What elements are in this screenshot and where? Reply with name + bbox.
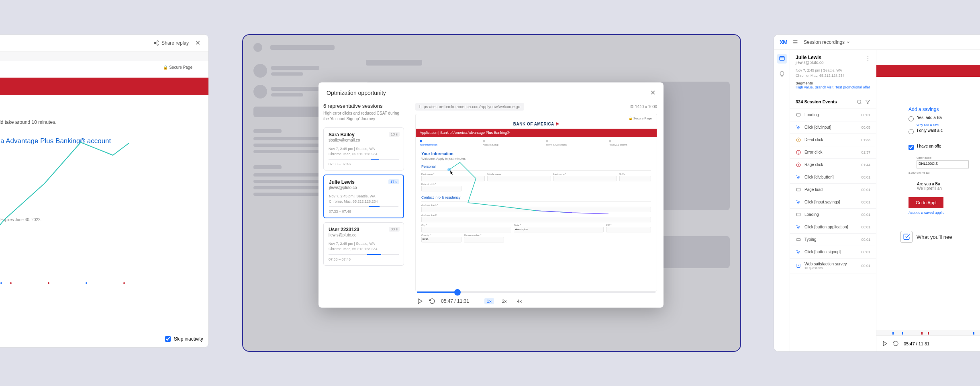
event-row[interactable]: Click [button.signup]00:01: [790, 246, 876, 259]
share-icon: [153, 40, 159, 46]
event-row[interactable]: Typing00:01: [790, 234, 876, 246]
top-bar: Share replay ✕: [0, 35, 208, 51]
session-card[interactable]: Sara Bailey sbailey@email.co 13 s Nov 7,…: [323, 127, 404, 170]
play-icon[interactable]: [417, 298, 423, 304]
event-icon: [796, 237, 801, 242]
segments-link[interactable]: High value, Branch visit, Test promotion…: [796, 85, 870, 90]
sessions-subtitle: High error clicks and reduced CSAT durin…: [323, 111, 404, 122]
skip-inactivity-toggle[interactable]: Skip inactivity: [165, 336, 203, 342]
session-card[interactable]: User 2233123 jlewis@pluto.co 33 s Nov 7,…: [323, 222, 404, 265]
svg-rect-22: [796, 238, 800, 240]
main-content: BANK OF AMERICA Before You Apply Get Sta…: [876, 50, 980, 351]
rail-sessions-icon[interactable]: [777, 54, 787, 64]
event-row[interactable]: Click [input.savings]00:01: [790, 196, 876, 209]
option-no[interactable]: I only want a c: [876, 127, 980, 136]
red-banner: [0, 78, 208, 95]
svg-rect-21: [797, 213, 800, 216]
customer-question: Are you a BaWe'll prefill an: [876, 180, 980, 192]
go-to-application-button[interactable]: Go to Appl: [909, 197, 943, 208]
event-icon: [796, 112, 801, 118]
event-row[interactable]: Loading00:01: [790, 109, 876, 121]
speed-4x[interactable]: 4x: [514, 298, 524, 304]
user-email: jlewis@pluto.co: [796, 60, 870, 65]
svg-line-8: [860, 103, 861, 104]
checklist-icon: [900, 231, 913, 243]
close-icon[interactable]: ✕: [195, 39, 200, 47]
option-yes[interactable]: Yes, add a Ba: [876, 114, 980, 123]
play-icon[interactable]: [882, 341, 888, 347]
saved-app-link[interactable]: Access a saved applic: [876, 211, 980, 215]
event-row[interactable]: Loading00:01: [790, 209, 876, 221]
rail-insights-icon[interactable]: [777, 69, 787, 79]
skip-checkbox[interactable]: [165, 336, 171, 342]
events-header: 324 Session Events: [790, 95, 876, 109]
timeline[interactable]: [876, 331, 980, 335]
svg-point-16: [798, 153, 799, 154]
expire-note: Expires June 30, 2022.: [0, 218, 208, 222]
event-row[interactable]: Dead click01:33: [790, 134, 876, 146]
what-youll-need: What you'll nee: [900, 231, 980, 243]
search-icon[interactable]: [857, 99, 862, 105]
event-row[interactable]: Rage click01:44: [790, 159, 876, 171]
svg-point-2: [157, 44, 159, 45]
time-display: 05:47 / 11:31: [904, 341, 929, 346]
playback-controls: 05:47 / 11:31 1x 2x 4x: [415, 293, 657, 308]
offer-checkbox[interactable]: I have an offe: [876, 142, 980, 152]
svg-point-7: [858, 100, 861, 104]
boa-logo: BANK OF AMERICA: [876, 50, 980, 65]
menu-icon[interactable]: ☰: [793, 39, 798, 45]
event-icon: [796, 224, 801, 230]
chevron-down-icon: [846, 40, 850, 44]
rewind-icon[interactable]: [429, 298, 435, 304]
why-link[interactable]: Why add a savi: [876, 123, 980, 127]
event-icon: [796, 175, 801, 180]
svg-point-0: [157, 41, 159, 42]
replay-panel-left: Share replay ✕ e.bankofamerica.com/apply…: [0, 34, 209, 348]
page-content: BANK OF AMERICA Before You Apply Get Sta…: [876, 50, 980, 331]
offer-code-input[interactable]: DNL100CIS: [917, 160, 969, 168]
event-row[interactable]: Page load00:01: [790, 184, 876, 196]
svg-marker-26: [883, 341, 887, 346]
event-row[interactable]: Click [div.input]00:05: [790, 121, 876, 134]
share-replay-button[interactable]: Share replay: [153, 40, 189, 46]
top-bar: XM ☰ Session recordings: [774, 35, 980, 50]
event-row[interactable]: Web satisfaction survey18 questions00:01: [790, 259, 876, 273]
svg-rect-5: [780, 57, 784, 60]
filter-icon[interactable]: [865, 99, 870, 105]
page-heading: Get Starte: [876, 77, 980, 105]
modal-close-icon[interactable]: ✕: [650, 89, 655, 96]
event-icon: [796, 125, 801, 130]
rewind-icon[interactable]: [893, 341, 899, 347]
event-icon: [796, 187, 801, 193]
scrubber[interactable]: [417, 292, 655, 293]
breadcrumb[interactable]: Session recordings: [804, 39, 850, 45]
session-card-selected[interactable]: Julie Lewis jlewis@pluto.co 17 s Nov 7, …: [323, 175, 404, 218]
svg-rect-20: [797, 188, 800, 191]
sessions-list: 6 representative sessions High error cli…: [318, 103, 409, 308]
page-preview: 🔒 Secure Page BANK OF AMERICA ⚑ Applicat…: [415, 114, 657, 292]
secure-badge: 🔒 Secure Page: [0, 61, 208, 71]
svg-rect-10: [797, 113, 800, 116]
event-icon: [796, 263, 801, 269]
add-savings-link[interactable]: Add a savings: [876, 105, 980, 114]
svg-point-19: [798, 166, 799, 166]
preview-pane: https://secure.bankofamerica.com/applyno…: [409, 103, 664, 308]
more-icon[interactable]: ⋮: [865, 55, 871, 62]
scrubber-knob[interactable]: [454, 289, 461, 296]
preview-dims: 🖥 1440 x 1000: [630, 105, 657, 109]
svg-marker-4: [418, 299, 422, 304]
timeline-dots: [0, 282, 208, 284]
optimization-modal: Optmization opportunity ✕ 6 representati…: [318, 82, 664, 308]
account-title: a Advantage Plus Banking® account: [0, 137, 208, 145]
event-row[interactable]: Error click01:37: [790, 146, 876, 159]
event-row[interactable]: Click [button.application]00:01: [790, 221, 876, 234]
speed-2x[interactable]: 2x: [500, 298, 509, 304]
event-icon: [796, 150, 801, 155]
modal-header: Optmization opportunity ✕: [318, 82, 664, 103]
offer-code-field: Offer code DNL100CIS: [876, 152, 980, 170]
speed-1x[interactable]: 1x: [484, 298, 494, 304]
event-icon: [796, 212, 801, 218]
user-name: Julie Lewis: [796, 55, 870, 60]
modal-title: Optmization opportunity: [327, 90, 386, 96]
event-row[interactable]: Click [div.button]00:01: [790, 171, 876, 184]
